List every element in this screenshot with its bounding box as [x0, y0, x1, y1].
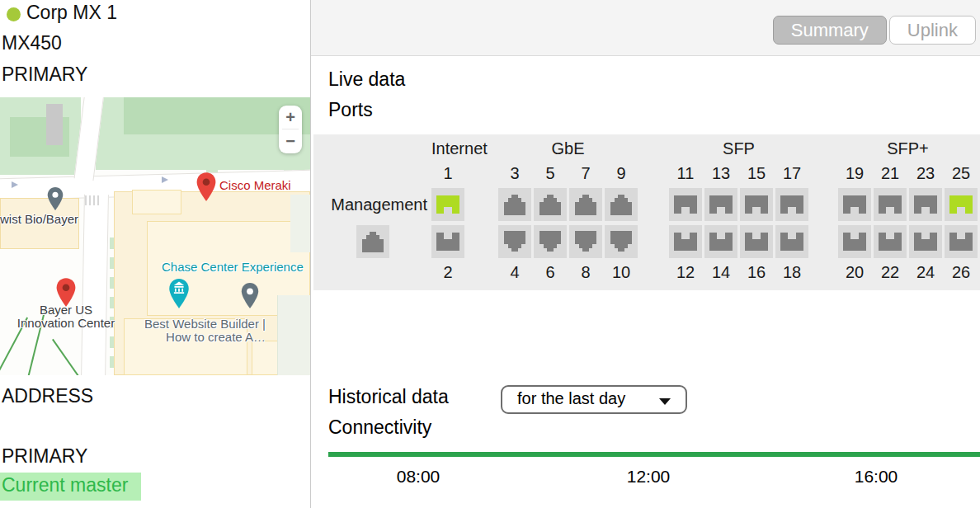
- port-13[interactable]: [704, 188, 737, 221]
- map-path: [52, 339, 82, 375]
- address-section-label: ADDRESS: [2, 385, 93, 407]
- port-1[interactable]: [431, 188, 464, 221]
- management-port-label: Management: [313, 188, 427, 221]
- time-tick: 16:00: [839, 467, 913, 487]
- port-number: 1: [431, 164, 464, 183]
- port-number: 19: [838, 164, 871, 183]
- map-terrain: [290, 195, 310, 252]
- tab-summary[interactable]: Summary: [773, 16, 887, 45]
- port-9[interactable]: [605, 188, 638, 221]
- port-group-sfp-plus: SFP+1921232520222426: [838, 134, 978, 290]
- map-zoom-in-button[interactable]: +: [279, 106, 302, 129]
- cisco-meraki-pin[interactable]: [196, 172, 217, 202]
- time-tick: 08:00: [381, 467, 455, 487]
- map-building: [132, 190, 181, 214]
- port-number: 13: [704, 164, 737, 183]
- port-number: 18: [775, 263, 808, 282]
- port-number: 5: [534, 164, 567, 183]
- port-22[interactable]: [874, 225, 907, 258]
- port-number: 22: [874, 263, 907, 282]
- port-11[interactable]: [669, 188, 702, 221]
- port-group-label: SFP: [669, 139, 808, 158]
- port-7[interactable]: [569, 188, 602, 221]
- port-number: 6: [534, 263, 567, 282]
- device-model: MX450: [2, 32, 62, 54]
- time-range-select[interactable]: for the last day: [501, 385, 687, 414]
- port-26[interactable]: [945, 225, 978, 258]
- port-number: 2: [431, 263, 464, 282]
- port-24[interactable]: [909, 225, 942, 258]
- port-number: 15: [740, 164, 773, 183]
- chevron-down-icon: [659, 398, 671, 405]
- map-place-label[interactable]: Best Website Builder | How to create A…: [144, 318, 266, 344]
- port-16[interactable]: [740, 225, 773, 258]
- map-place-label[interactable]: Cisco Meraki: [219, 179, 291, 192]
- location-map[interactable]: Cisco Merakiwist Bio/BayerBayer US Innov…: [0, 97, 310, 375]
- port-number: 11: [669, 164, 702, 183]
- port-19[interactable]: [838, 188, 871, 221]
- map-place-label[interactable]: Bayer US Innovation Center: [0, 303, 165, 330]
- port-group-sfp: SFP1113151712141618: [669, 134, 808, 290]
- port-8[interactable]: [569, 225, 602, 258]
- device-online-status-dot: [7, 7, 21, 21]
- port-number: 8: [569, 263, 602, 282]
- primary-section-label: PRIMARY: [2, 445, 87, 468]
- map-crosswalk: [85, 195, 101, 205]
- port-4[interactable]: [498, 225, 531, 258]
- port-number: 20: [838, 263, 871, 282]
- chase-center-pin[interactable]: [167, 278, 191, 309]
- map-building: [46, 104, 63, 145]
- map-zoom-control: + −: [279, 106, 302, 153]
- port-25[interactable]: [945, 188, 978, 221]
- port-10[interactable]: [605, 225, 638, 258]
- historical-data-heading: Historical data: [328, 386, 449, 408]
- best-website-pin[interactable]: [240, 282, 260, 309]
- meraki-appliance-status-page: Corp MX 1 MX450 PRIMARY: [0, 0, 980, 508]
- map-place-label[interactable]: Chase Center Experience: [162, 261, 304, 274]
- management-port[interactable]: [356, 225, 389, 258]
- port-number: 4: [498, 263, 531, 282]
- time-range-value: for the last day: [517, 389, 625, 408]
- map-road-arrow: [162, 176, 168, 183]
- map-road: [81, 195, 109, 375]
- port-23[interactable]: [909, 188, 942, 221]
- port-5[interactable]: [534, 188, 567, 221]
- port-number: 21: [874, 164, 907, 183]
- twist-bio-pin[interactable]: [46, 186, 64, 211]
- time-tick: 12:00: [611, 467, 686, 487]
- port-number: 9: [605, 164, 638, 183]
- port-number: 25: [945, 164, 978, 183]
- port-group-internet: Internet12: [431, 134, 464, 290]
- port-number: 24: [909, 263, 942, 282]
- port-group-label: GbE: [498, 139, 638, 158]
- map-place-label[interactable]: wist Bio/Bayer: [0, 213, 78, 226]
- port-14[interactable]: [704, 225, 737, 258]
- port-17[interactable]: [775, 188, 808, 221]
- port-group-label: Internet: [431, 139, 464, 158]
- port-number: 7: [569, 164, 602, 183]
- port-number: 23: [909, 164, 942, 183]
- port-number: 16: [740, 263, 773, 282]
- port-12[interactable]: [669, 225, 702, 258]
- port-group-gbe: GbE357946810: [498, 134, 638, 290]
- map-zoom-out-button[interactable]: −: [279, 129, 302, 153]
- port-2[interactable]: [431, 225, 464, 258]
- port-15[interactable]: [740, 188, 773, 221]
- connectivity-uptime-bar[interactable]: [328, 452, 980, 457]
- device-name: Corp MX 1: [26, 2, 117, 24]
- port-20[interactable]: [838, 225, 871, 258]
- live-data-heading: Live data: [328, 68, 405, 91]
- tab-uplink[interactable]: Uplink: [889, 16, 976, 45]
- view-toolbar: Summary Uplink: [311, 0, 980, 56]
- port-group-label: SFP+: [838, 139, 978, 158]
- current-master-status-badge: Current master: [0, 473, 141, 501]
- port-21[interactable]: [874, 188, 907, 221]
- map-terrain: [277, 295, 310, 375]
- device-role-label: PRIMARY: [2, 64, 87, 86]
- map-road-arrow: [12, 181, 18, 188]
- port-3[interactable]: [498, 188, 531, 221]
- port-number: 26: [945, 263, 978, 282]
- port-6[interactable]: [534, 225, 567, 258]
- port-18[interactable]: [775, 225, 808, 258]
- port-number: 17: [775, 164, 808, 183]
